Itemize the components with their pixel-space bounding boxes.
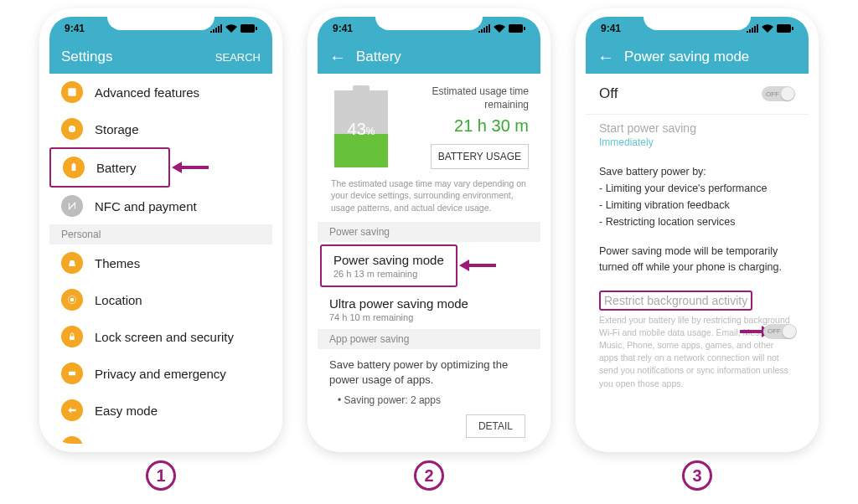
restrict-title: Restrict background activity <box>599 291 752 311</box>
app-bar: ← Power saving mode <box>586 40 809 74</box>
nfc-icon <box>61 195 83 217</box>
status-time: 9:41 <box>601 23 621 34</box>
list-item-privacy[interactable]: Privacy and emergency <box>49 355 272 392</box>
lock-icon <box>61 326 83 347</box>
upsm-title: Ultra power saving mode <box>329 296 529 311</box>
back-arrow-icon[interactable]: ← <box>329 49 346 65</box>
psm-sub: 26 h 13 m remaining <box>333 269 444 279</box>
app-bar: ← Battery <box>318 40 540 74</box>
list-item-lock[interactable]: Lock screen and security <box>49 318 272 355</box>
item-label: Privacy and emergency <box>95 367 226 381</box>
arrow-pointer-icon <box>170 160 210 175</box>
list-item-nfc[interactable]: NFC and payment <box>49 188 272 224</box>
battery-graphic: 43% <box>333 85 390 169</box>
start-title: Start power saving <box>599 121 795 135</box>
svg-rect-10 <box>69 372 75 376</box>
notch <box>644 8 751 30</box>
status-time: 9:41 <box>65 23 85 34</box>
item-label: Lock screen and security <box>95 330 234 344</box>
signal-icon <box>478 24 490 33</box>
battery-hero: 43% Estimated usage time remaining 21 h … <box>318 74 540 174</box>
psm-title: Power saving mode <box>333 253 444 267</box>
list-item-battery[interactable]: Battery <box>49 147 170 188</box>
restrict-row[interactable]: Restrict background activity <box>586 285 809 311</box>
status-icons <box>747 24 793 33</box>
svg-point-7 <box>70 298 75 302</box>
step-badge-1: 1 <box>146 460 176 491</box>
list-item-storage[interactable]: Storage <box>49 111 272 147</box>
save-body: Save battery power by: - Limiting your d… <box>586 155 809 239</box>
app-power-bullet: • Saving power: 2 apps <box>318 391 540 409</box>
advanced-icon <box>61 81 83 103</box>
ultra-power-saving-item[interactable]: Ultra power saving mode 74 h 10 m remain… <box>318 290 540 329</box>
off-label: Off <box>599 85 618 102</box>
off-toggle[interactable]: OFF <box>762 86 795 101</box>
notch <box>375 8 483 30</box>
signal-icon <box>747 24 758 33</box>
start-sub: Immediately <box>599 136 795 148</box>
list-item-easy[interactable]: Easy mode <box>49 392 272 429</box>
item-label: Advanced features <box>95 85 199 100</box>
search-action[interactable]: SEARCH <box>215 51 261 64</box>
page-title: Power saving mode <box>624 49 797 65</box>
wifi-icon <box>762 24 773 33</box>
storage-icon <box>61 118 83 140</box>
item-label: Storage <box>95 122 139 136</box>
wifi-icon <box>225 24 237 33</box>
phone-frame-1: 9:41 Settings SEARCH Advanced features S… <box>39 8 282 452</box>
svg-rect-1 <box>256 27 257 30</box>
battery-percent: 43 <box>348 120 366 138</box>
list-item-themes[interactable]: Themes <box>49 244 272 281</box>
list-item-accounts[interactable]: Accounts <box>49 429 272 444</box>
status-time: 9:41 <box>333 23 353 34</box>
phone-frame-2: 9:41 ← Battery 43% Estima <box>308 8 550 452</box>
estimated-time: 21 h 30 m <box>396 116 529 136</box>
page-title: Settings <box>61 49 205 65</box>
upsm-sub: 74 h 10 m remaining <box>329 312 529 322</box>
status-icons <box>210 24 257 33</box>
item-label: Battery <box>96 161 137 175</box>
battery-icon <box>777 24 793 33</box>
status-icons <box>478 24 525 33</box>
battery-icon <box>63 157 85 178</box>
svg-rect-0 <box>240 24 255 33</box>
phone-frame-3: 9:41 ← Power saving mode Off OFF Start p… <box>576 8 819 452</box>
svg-point-3 <box>69 126 75 132</box>
section-header-app-power: App power saving <box>318 329 540 349</box>
svg-rect-17 <box>792 27 793 30</box>
privacy-icon <box>61 363 83 384</box>
svg-rect-13 <box>509 24 523 33</box>
notch <box>107 8 214 30</box>
arrow-pointer-icon <box>457 258 498 273</box>
detail-button[interactable]: DETAIL <box>466 414 525 438</box>
step-badge-3: 3 <box>682 460 712 491</box>
section-header-personal: Personal <box>49 224 272 244</box>
svg-rect-2 <box>68 88 75 95</box>
battery-icon <box>509 24 525 33</box>
themes-icon <box>61 252 83 274</box>
step-badge-2: 2 <box>414 460 444 491</box>
start-power-row[interactable]: Start power saving Immediately <box>586 115 809 155</box>
section-header-power-saving: Power saving <box>318 222 540 242</box>
app-power-text: Save battery power by optimizing the pow… <box>318 349 540 391</box>
power-saving-mode-item[interactable]: Power saving mode 26 h 13 m remaining <box>320 244 457 287</box>
svg-rect-5 <box>73 163 75 164</box>
back-arrow-icon[interactable]: ← <box>597 49 614 65</box>
percent-sign: % <box>366 126 375 137</box>
battery-usage-button[interactable]: BATTERY USAGE <box>431 144 529 169</box>
item-label: Location <box>95 293 142 307</box>
list-item-advanced[interactable]: Advanced features <box>49 74 272 111</box>
battery-icon <box>240 24 257 33</box>
wifi-icon <box>494 24 505 33</box>
item-label: Themes <box>95 256 140 270</box>
restrict-toggle[interactable]: OFF <box>763 324 797 339</box>
battery-fill <box>334 134 388 167</box>
off-toggle-row[interactable]: Off OFF <box>586 74 809 114</box>
charge-note: Power saving mode will be temporarily tu… <box>586 239 809 285</box>
item-label: Easy mode <box>95 404 158 418</box>
svg-rect-4 <box>72 164 76 171</box>
app-bar: Settings SEARCH <box>49 40 272 74</box>
page-title: Battery <box>356 49 529 65</box>
list-item-location[interactable]: Location <box>49 281 272 318</box>
svg-rect-14 <box>524 27 525 30</box>
